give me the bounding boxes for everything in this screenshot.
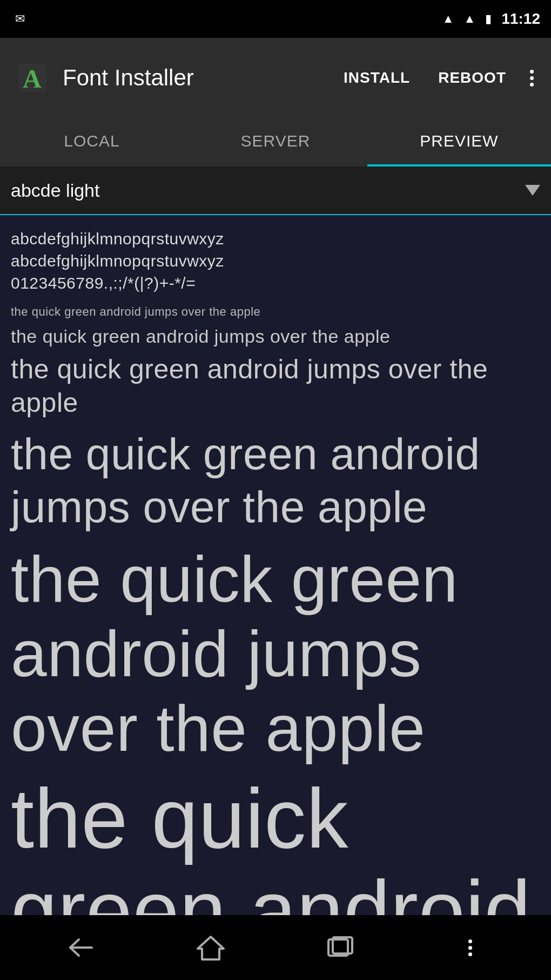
preview-chars-lower: abcdefghijklmnopqrstuvwxyz xyxy=(11,250,540,271)
app-title: Font Installer xyxy=(63,65,324,91)
preview-chars-upper: abcdefghijklmnopqrstuvwxyz xyxy=(11,228,540,249)
nav-dot3 xyxy=(468,952,472,956)
preview-sample-md: the quick green android jumps over the a… xyxy=(11,352,540,420)
preview-chars-numbers: 0123456789.,:;/*(|?)+-*/= xyxy=(11,272,540,294)
preview-sample-xs: the quick green android jumps over the a… xyxy=(11,304,540,320)
recents-icon xyxy=(326,936,354,959)
email-icon: ✉ xyxy=(15,12,25,26)
battery-icon: ▮ xyxy=(485,12,492,26)
install-button[interactable]: INSTALL xyxy=(335,64,419,92)
dropdown-icon[interactable] xyxy=(525,185,540,196)
dot2 xyxy=(530,76,534,80)
recents-button[interactable] xyxy=(319,926,362,969)
app-logo: A xyxy=(13,58,52,97)
wifi-icon: ▲ xyxy=(442,12,454,26)
dot3 xyxy=(530,83,534,86)
overflow-menu-icon[interactable] xyxy=(526,64,538,92)
search-bar xyxy=(0,166,551,215)
back-button[interactable] xyxy=(59,926,103,969)
back-icon xyxy=(67,936,95,959)
tab-local[interactable]: Local xyxy=(0,118,184,166)
app-bar: A Font Installer INSTALL REBOOT xyxy=(0,38,551,118)
reboot-button[interactable]: REBOOT xyxy=(429,64,515,92)
app-logo-svg: A xyxy=(16,62,49,94)
preview-sample-xxl: the quick green android jumps over the a… xyxy=(11,773,540,915)
preview-sample-xl: the quick green android jumps over the a… xyxy=(11,542,540,765)
home-icon xyxy=(197,935,225,961)
preview-content: abcdefghijklmnopqrstuvwxyz abcdefghijklm… xyxy=(0,215,551,915)
preview-sample-sm: the quick green android jumps over the a… xyxy=(11,324,540,348)
tab-bar: Local Server Preview xyxy=(0,118,551,166)
nav-dot2 xyxy=(468,946,472,950)
nav-overflow-button[interactable] xyxy=(448,926,492,969)
tab-preview[interactable]: Preview xyxy=(367,118,551,166)
bottom-nav xyxy=(0,915,551,980)
signal-icon: ▲ xyxy=(464,12,476,26)
search-input[interactable] xyxy=(11,180,520,201)
home-button[interactable] xyxy=(189,926,232,969)
status-time: 11:12 xyxy=(501,10,540,28)
preview-sample-lg: the quick green android jumps over the a… xyxy=(11,428,540,534)
svg-text:A: A xyxy=(23,64,42,93)
nav-dot1 xyxy=(468,939,472,943)
tab-server[interactable]: Server xyxy=(184,118,367,166)
svg-marker-3 xyxy=(198,937,224,959)
status-bar: ✉ ▲ ▲ ▮ 11:12 xyxy=(0,0,551,38)
dot1 xyxy=(530,70,534,74)
